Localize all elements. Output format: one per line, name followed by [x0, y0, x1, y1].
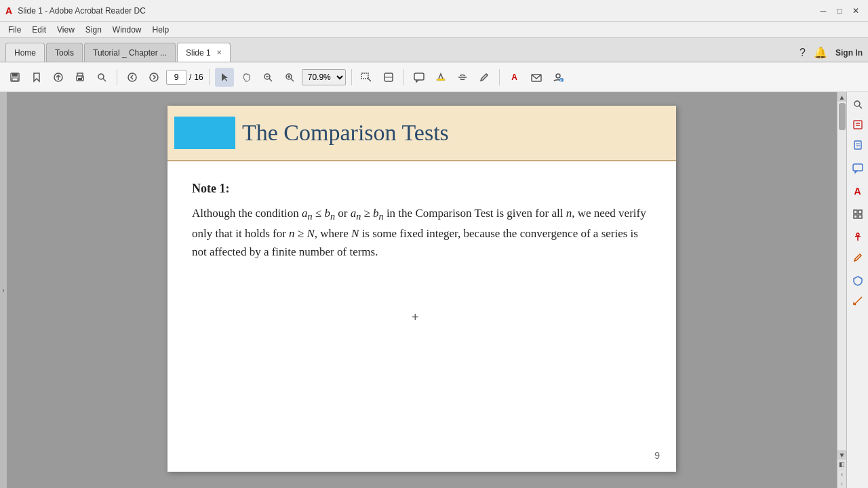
- select-tool-button[interactable]: [215, 68, 234, 87]
- sidebar-shield-icon[interactable]: [848, 271, 867, 290]
- zoom-out-button[interactable]: [258, 68, 277, 87]
- svg-line-28: [486, 74, 488, 75]
- menu-edit[interactable]: Edit: [26, 24, 52, 36]
- acrobat-logo[interactable]: A: [505, 68, 524, 87]
- svg-point-46: [856, 233, 859, 236]
- maximize-button[interactable]: □: [833, 4, 846, 18]
- comment-button[interactable]: [410, 68, 429, 87]
- vertical-scrollbar[interactable]: ▲ ▼ ◧ ‹ ↓: [837, 92, 846, 488]
- prev-page-button[interactable]: [123, 68, 142, 87]
- user-button[interactable]: 0: [549, 68, 568, 87]
- tab-tutorial[interactable]: Tutorial _ Chapter ...: [84, 43, 176, 62]
- svg-marker-13: [222, 73, 228, 81]
- separator-4: [403, 69, 404, 85]
- send-button[interactable]: [527, 68, 546, 87]
- scroll-down-button[interactable]: ▼: [837, 450, 847, 460]
- notifications-icon[interactable]: 🔔: [814, 46, 827, 59]
- menu-window[interactable]: Window: [107, 24, 147, 36]
- scroll-thumb[interactable]: [839, 103, 846, 130]
- save-button[interactable]: [5, 68, 24, 87]
- print-button[interactable]: [71, 68, 90, 87]
- svg-rect-1: [12, 73, 18, 77]
- svg-rect-26: [437, 79, 445, 81]
- menu-file[interactable]: File: [3, 24, 26, 36]
- sidebar-bookmark-icon[interactable]: [848, 115, 867, 134]
- svg-rect-21: [361, 73, 368, 79]
- menu-bar: File Edit View Sign Window Help: [0, 22, 868, 38]
- next-page-button[interactable]: [144, 68, 163, 87]
- touch-button[interactable]: [379, 68, 398, 87]
- sidebar-grid-icon[interactable]: [848, 205, 867, 224]
- tab-slide[interactable]: Slide 1 ✕: [177, 43, 231, 62]
- note-label: Note 1:: [192, 182, 652, 196]
- sidebar-search-icon[interactable]: [848, 95, 867, 114]
- help-icon[interactable]: ?: [800, 47, 806, 59]
- page-separator: /: [189, 73, 191, 82]
- svg-rect-2: [12, 78, 18, 81]
- search-button[interactable]: [92, 68, 111, 87]
- cursor-crosshair: +: [412, 310, 419, 325]
- strikethrough-button[interactable]: [453, 68, 472, 87]
- minimize-button[interactable]: ─: [816, 4, 830, 18]
- separator-3: [351, 69, 352, 85]
- menu-view[interactable]: View: [52, 24, 80, 36]
- page-number-input[interactable]: [166, 70, 186, 85]
- right-sidebar: A: [846, 92, 868, 488]
- collapse-panel-button[interactable]: ‹: [841, 469, 843, 479]
- svg-point-33: [854, 101, 860, 106]
- math-n-geq-N: n: [289, 227, 295, 240]
- scroll-track[interactable]: [837, 102, 846, 450]
- svg-point-11: [128, 73, 136, 81]
- sidebar-acrobat-icon[interactable]: A: [848, 182, 867, 201]
- math-an2: an: [351, 207, 361, 220]
- draw-button[interactable]: [475, 68, 494, 87]
- svg-rect-35: [854, 121, 862, 129]
- sidebar-pen-icon[interactable]: [848, 248, 867, 267]
- fit-page-button[interactable]: ◧: [839, 460, 845, 469]
- math-N2: N: [351, 227, 359, 240]
- svg-rect-25: [414, 73, 424, 80]
- tab-bar: Home Tools Tutorial _ Chapter ... Slide …: [0, 38, 868, 62]
- svg-rect-38: [854, 141, 861, 149]
- marquee-zoom-button[interactable]: [357, 68, 376, 87]
- hand-tool-button[interactable]: [237, 68, 256, 87]
- svg-rect-45: [859, 215, 862, 218]
- math-bn: bn: [324, 207, 335, 220]
- menu-help[interactable]: Help: [147, 24, 175, 36]
- svg-line-34: [859, 106, 862, 108]
- note-text: Although the condition an ≤ bn or an ≥ b…: [192, 204, 652, 261]
- svg-rect-43: [859, 210, 862, 214]
- svg-point-12: [150, 73, 158, 81]
- svg-rect-42: [854, 210, 857, 214]
- left-panel-toggle[interactable]: ›: [0, 92, 7, 488]
- separator-2: [209, 69, 210, 85]
- window-title: Slide 1 - Adobe Acrobat Reader DC: [18, 6, 146, 16]
- prev-panel-button[interactable]: ↓: [840, 479, 844, 488]
- svg-marker-3: [34, 73, 39, 81]
- slide-title-bar: The Comparison Tests: [167, 106, 676, 161]
- sign-in-button[interactable]: Sign In: [835, 48, 863, 58]
- slide-page-number: 9: [654, 450, 660, 461]
- scroll-up-button[interactable]: ▲: [837, 92, 847, 102]
- svg-point-9: [98, 74, 104, 79]
- tab-tools[interactable]: Tools: [46, 43, 83, 62]
- highlight-button[interactable]: [431, 68, 450, 87]
- tab-close-button[interactable]: ✕: [216, 49, 222, 56]
- main-area: › The Comparison Tests Note 1: Although …: [0, 92, 868, 488]
- sidebar-pages-icon[interactable]: [848, 136, 867, 155]
- zoom-select[interactable]: 70.9% 50% 75% 100% 125% 150%: [302, 69, 346, 85]
- sidebar-accessibility-icon[interactable]: [848, 228, 867, 247]
- close-button[interactable]: ✕: [849, 4, 863, 18]
- sidebar-pen2-icon[interactable]: [848, 291, 867, 310]
- math-N: N: [307, 227, 314, 240]
- title-accent-block: [174, 117, 235, 149]
- sidebar-comments-icon[interactable]: [848, 159, 867, 178]
- menu-sign[interactable]: Sign: [80, 24, 107, 36]
- document-canvas[interactable]: The Comparison Tests Note 1: Although th…: [7, 92, 837, 488]
- upload-button[interactable]: [49, 68, 68, 87]
- zoom-in-button[interactable]: [280, 68, 299, 87]
- svg-text:0: 0: [560, 79, 562, 83]
- bookmark-button[interactable]: [27, 68, 46, 87]
- tab-home[interactable]: Home: [5, 43, 45, 62]
- slide-content: Note 1: Although the condition an ≤ bn o…: [167, 161, 676, 281]
